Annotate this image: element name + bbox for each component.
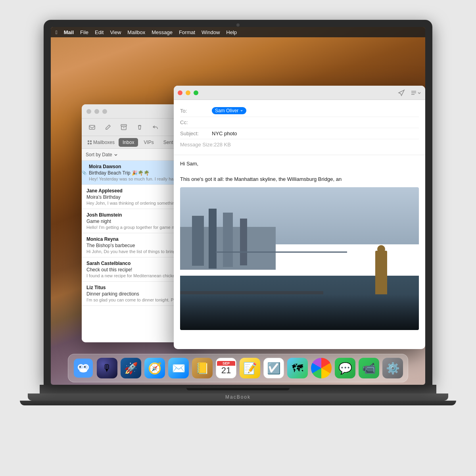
- email-sender-3: Monica Reyna: [86, 236, 119, 242]
- tab-mailboxes[interactable]: Mailboxes: [85, 138, 117, 147]
- body-text: This one's got it all: the Manhattan sky…: [180, 175, 419, 183]
- svg-point-13: [79, 369, 87, 372]
- compose-body: Hi Sam, This one's got it all: the Manha…: [174, 155, 425, 335]
- dock: 🎙 🚀 🧭 ✉️ 📒: [68, 354, 408, 382]
- dock-notes[interactable]: 📝: [240, 358, 260, 378]
- subject-value: NYC photo: [212, 131, 237, 136]
- apple-menu[interactable]: : [56, 29, 58, 35]
- dock-siri[interactable]: 🎙: [97, 358, 117, 378]
- dock-reminders[interactable]: ☑️: [263, 358, 284, 378]
- email-sender-2: Josh Blumstein: [86, 212, 122, 218]
- cc-input[interactable]: [212, 119, 419, 125]
- person-head: [377, 245, 385, 253]
- fence: [180, 291, 323, 294]
- nyc-photo: [180, 187, 419, 330]
- svg-rect-6: [90, 143, 92, 144]
- dock-facetime[interactable]: 📹: [359, 358, 379, 378]
- compose-titlebar: [174, 86, 425, 100]
- recipient-badge[interactable]: Sam Oliver: [212, 107, 246, 114]
- dock-messages[interactable]: 💬: [335, 358, 355, 378]
- macbook-foot: [20, 401, 456, 405]
- svg-point-14: [79, 366, 81, 368]
- close-button[interactable]: [86, 109, 91, 114]
- dock-contacts[interactable]: 📒: [192, 358, 213, 378]
- archive-button[interactable]: [118, 122, 129, 133]
- tab-inbox[interactable]: Inbox: [119, 138, 138, 147]
- get-mail-button[interactable]: [86, 122, 98, 133]
- size-label: Message Size:: [180, 142, 214, 148]
- compose-fields: To: Sam Oliver Cc: Subject:: [174, 100, 425, 155]
- menu-bar:  Mail File Edit View Mailbox Message Fo…: [51, 27, 425, 37]
- macbook-hinge-area: [40, 385, 436, 393]
- building-1: [192, 216, 204, 266]
- reply-button[interactable]: [150, 122, 161, 133]
- photos-wheel: [316, 363, 327, 374]
- building-2: [209, 209, 217, 269]
- menu-help[interactable]: Help: [226, 29, 237, 35]
- bridge-span: [216, 251, 347, 253]
- foreground-dark: [180, 294, 419, 330]
- menu-view[interactable]: View: [110, 29, 121, 35]
- sort-label[interactable]: Sort by Date: [86, 152, 118, 157]
- dock-mail[interactable]: ✉️: [168, 358, 189, 378]
- svg-rect-4: [90, 140, 92, 142]
- size-field-row: Message Size: 228 KB: [180, 139, 419, 150]
- to-field-row: To: Sam Oliver: [180, 105, 419, 117]
- menu-message[interactable]: Message: [152, 29, 173, 35]
- email-sender-4: Sarah Castelblanco: [86, 261, 131, 266]
- compose-button[interactable]: [102, 122, 113, 133]
- compose-maximize-button[interactable]: [194, 90, 198, 95]
- attachment-icon-0: 📎: [82, 171, 86, 175]
- menu-window[interactable]: Window: [202, 29, 220, 35]
- desktop:  Mail File Edit View Mailbox Message Fo…: [51, 27, 425, 385]
- tab-vips[interactable]: VIPs: [140, 138, 157, 147]
- maximize-button[interactable]: [102, 109, 107, 114]
- size-value: 228 KB: [214, 142, 231, 148]
- svg-rect-0: [89, 125, 95, 129]
- to-label: To:: [180, 108, 212, 114]
- send-button[interactable]: [396, 87, 407, 98]
- menu-edit[interactable]: Edit: [95, 29, 104, 35]
- dock-calendar[interactable]: SEP 21: [216, 358, 236, 378]
- hinge: [186, 388, 290, 390]
- subject-field-row: Subject: NYC photo: [180, 128, 419, 139]
- email-sender-0: Moira Dawson: [89, 164, 121, 169]
- minimize-button[interactable]: [94, 109, 99, 114]
- macbook-base: MacBook: [28, 393, 448, 401]
- calendar-date: 21: [221, 366, 231, 375]
- dock-maps[interactable]: 🗺: [287, 358, 308, 378]
- dock-safari[interactable]: 🧭: [144, 358, 165, 378]
- email-sender-5: Liz Titus: [86, 285, 106, 290]
- subject-label: Subject:: [180, 131, 212, 136]
- menu-mailbox[interactable]: Mailbox: [127, 29, 145, 35]
- macbook-outer:  Mail File Edit View Mailbox Message Fo…: [20, 20, 456, 456]
- svg-point-15: [84, 366, 86, 368]
- body-greeting: Hi Sam,: [180, 160, 419, 168]
- cc-field-row: Cc:: [180, 117, 419, 128]
- format-list-button[interactable]: [410, 87, 421, 98]
- recipient-name: Sam Oliver: [215, 108, 238, 113]
- building-3: [223, 213, 233, 267]
- dock-finder[interactable]: [73, 358, 94, 378]
- compose-close-button[interactable]: [178, 90, 182, 95]
- email-sender-1: Jane Appleseed: [86, 188, 123, 194]
- menu-format[interactable]: Format: [179, 29, 195, 35]
- macbook-label: MacBook: [225, 394, 251, 400]
- dock-launchpad[interactable]: 🚀: [121, 358, 141, 378]
- screen-bezel:  Mail File Edit View Mailbox Message Fo…: [44, 20, 432, 385]
- building-4: [240, 219, 247, 266]
- compose-minimize-button[interactable]: [186, 90, 190, 95]
- svg-rect-3: [88, 140, 89, 142]
- compose-toolbar-buttons: [396, 87, 421, 98]
- menu-file[interactable]: File: [80, 29, 88, 35]
- screen:  Mail File Edit View Mailbox Message Fo…: [51, 27, 425, 385]
- dock-system-preferences[interactable]: ⚙️: [382, 358, 403, 378]
- svg-rect-5: [88, 143, 89, 144]
- menu-mail[interactable]: Mail: [64, 29, 74, 35]
- delete-button[interactable]: [134, 122, 145, 133]
- dock-photos[interactable]: [311, 358, 332, 378]
- compose-window: To: Sam Oliver Cc: Subject:: [174, 86, 425, 349]
- person-body: [375, 251, 387, 294]
- camera: [236, 23, 240, 27]
- cc-label: Cc:: [180, 119, 212, 125]
